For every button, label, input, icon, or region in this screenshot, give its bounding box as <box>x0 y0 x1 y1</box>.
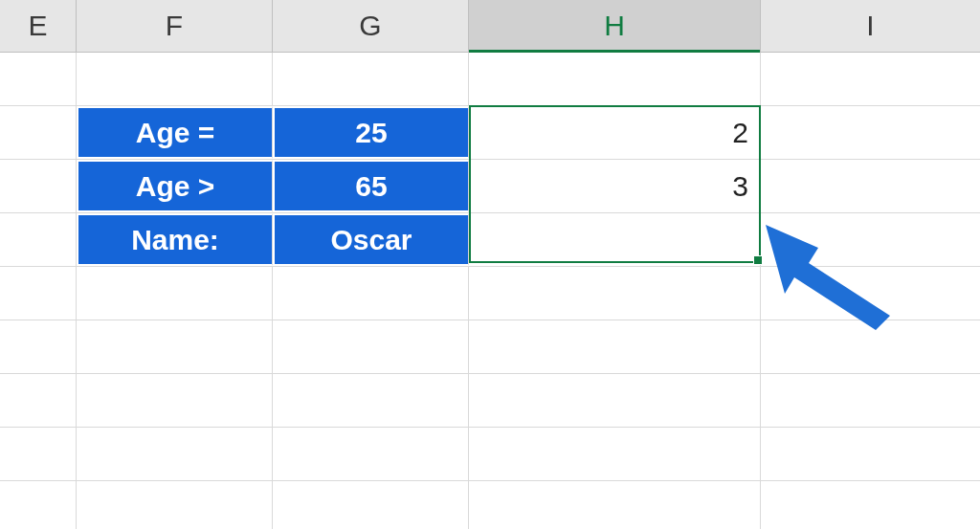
criteria-result[interactable] <box>469 213 761 266</box>
grid-row: Name: Oscar <box>0 213 980 267</box>
cell-E3[interactable] <box>0 160 77 212</box>
grid-row <box>0 267 980 320</box>
cell[interactable] <box>469 481 761 529</box>
cell[interactable] <box>469 428 761 480</box>
cell-G1[interactable] <box>273 53 469 105</box>
cell[interactable] <box>77 374 273 427</box>
spreadsheet-view: E F G H I Age = 25 2 Age > 65 3 <box>0 0 980 529</box>
criteria-value[interactable]: 65 <box>273 160 469 212</box>
cell[interactable] <box>469 374 761 427</box>
grid-row <box>0 320 980 374</box>
column-header-H[interactable]: H <box>469 0 761 52</box>
cell-I2[interactable] <box>761 106 980 159</box>
cell-I4[interactable] <box>761 213 980 266</box>
cell[interactable] <box>0 428 77 480</box>
column-header-G[interactable]: G <box>273 0 469 52</box>
cell[interactable] <box>273 481 469 529</box>
cell[interactable] <box>77 428 273 480</box>
cell-H1[interactable] <box>469 53 761 105</box>
grid-row <box>0 481 980 529</box>
cell[interactable] <box>761 320 980 373</box>
criteria-value[interactable]: 25 <box>273 106 469 159</box>
cell-F1[interactable] <box>77 53 273 105</box>
column-header-E[interactable]: E <box>0 0 77 52</box>
criteria-label[interactable]: Age = <box>77 106 273 159</box>
cell[interactable] <box>469 267 761 320</box>
criteria-result[interactable]: 3 <box>469 160 761 212</box>
grid-body: Age = 25 2 Age > 65 3 Name: Oscar <box>0 53 980 529</box>
cell[interactable] <box>273 320 469 373</box>
criteria-label[interactable]: Name: <box>77 213 273 266</box>
column-header-F[interactable]: F <box>77 0 273 52</box>
column-header-row: E F G H I <box>0 0 980 53</box>
cell[interactable] <box>77 481 273 529</box>
grid-row: Age > 65 3 <box>0 160 980 213</box>
cell-I3[interactable] <box>761 160 980 212</box>
cell[interactable] <box>0 267 77 320</box>
cell-E2[interactable] <box>0 106 77 159</box>
cell[interactable] <box>469 320 761 373</box>
criteria-result[interactable]: 2 <box>469 106 761 159</box>
cell-E1[interactable] <box>0 53 77 105</box>
cell[interactable] <box>0 481 77 529</box>
cell[interactable] <box>761 374 980 427</box>
cell-E4[interactable] <box>0 213 77 266</box>
cell[interactable] <box>273 374 469 427</box>
grid-row <box>0 428 980 481</box>
cell[interactable] <box>0 374 77 427</box>
grid-row: Age = 25 2 <box>0 106 980 160</box>
cell[interactable] <box>77 320 273 373</box>
cell-I1[interactable] <box>761 53 980 105</box>
cell[interactable] <box>273 428 469 480</box>
cell[interactable] <box>761 428 980 480</box>
cell[interactable] <box>761 267 980 320</box>
cell[interactable] <box>273 267 469 320</box>
criteria-label[interactable]: Age > <box>77 160 273 212</box>
cell[interactable] <box>761 481 980 529</box>
cell[interactable] <box>0 320 77 373</box>
grid-row <box>0 53 980 106</box>
column-header-I[interactable]: I <box>761 0 980 52</box>
grid-row <box>0 374 980 428</box>
criteria-value[interactable]: Oscar <box>273 213 469 266</box>
cell[interactable] <box>77 267 273 320</box>
